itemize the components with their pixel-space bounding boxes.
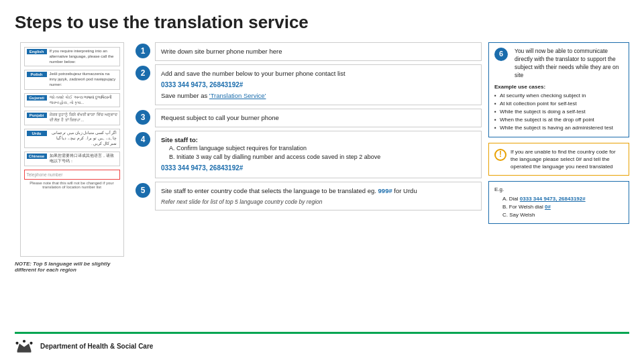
right-column: 6 You will now be able to communicate di… bbox=[488, 42, 629, 328]
eg-label: E.g. bbox=[494, 186, 623, 194]
eg-c-prefix: Say bbox=[509, 212, 520, 218]
step-5-subtext: Refer next slide for list of top 5 langu… bbox=[161, 198, 476, 206]
step-4-label: Site staff to: bbox=[161, 135, 476, 145]
footer-org-name: Department of Health & Social Care bbox=[40, 343, 153, 350]
mock-form-phone: Telephone number bbox=[24, 170, 120, 180]
step-2-intro: Add and save the number below to your bu… bbox=[161, 69, 476, 78]
eg-c-letter: C. bbox=[502, 212, 509, 218]
warning-box: ! If you are unable to find the country … bbox=[488, 143, 629, 176]
svg-point-3 bbox=[15, 342, 18, 345]
step-3-row: 3 Request subject to call your burner ph… bbox=[136, 109, 482, 127]
eg-item-b: B. For Welsh dial 0# bbox=[494, 203, 623, 211]
mock-form-row: English If you require interpreting into… bbox=[24, 47, 120, 66]
info-6-text: You will now be able to communicate dire… bbox=[515, 48, 623, 80]
mock-form-row: Gujarati જો તમારે કોઈ અન્ય ભાષામાં દુભાષ… bbox=[24, 93, 120, 108]
step-4-row: 4 Site staff to: A. Confirm language sub… bbox=[136, 131, 482, 178]
example-label: Example use cases: bbox=[494, 83, 623, 90]
step-5-text: Site staff to enter country code that se… bbox=[161, 186, 476, 196]
example-item: At kit collection point for self-test bbox=[494, 100, 623, 108]
example-item: While the subject is having an administe… bbox=[494, 124, 623, 132]
step-2-phone: 0333 344 9473, 26843192# bbox=[161, 81, 243, 88]
mock-form-caption: Please note that this will not be change… bbox=[24, 181, 120, 189]
lang-english: English bbox=[27, 49, 47, 54]
step-2-circle: 2 bbox=[136, 66, 150, 80]
step-5-row: 5 Site staff to enter country code that … bbox=[136, 182, 482, 210]
step-2-box: Add and save the number below to your bu… bbox=[155, 64, 482, 105]
crown-logo-icon bbox=[15, 337, 34, 355]
eg-a-link: 0333 344 9473, 26843192# bbox=[520, 196, 586, 202]
step-1-row: 1 Write down site burner phone number he… bbox=[136, 42, 482, 61]
mock-form-row: Chinese 如果您需要将口译成其他语言，请致电以下号码： bbox=[24, 152, 120, 166]
svg-rect-2 bbox=[17, 351, 32, 353]
warning-text: If you are unable to find the country co… bbox=[511, 148, 623, 171]
lang-punjabi: Punjabi bbox=[27, 113, 47, 118]
svg-marker-1 bbox=[17, 344, 32, 351]
lang-gujarati: Gujarati bbox=[27, 95, 47, 101]
warning-icon: ! bbox=[494, 149, 506, 161]
info-box-6: 6 You will now be able to communicate di… bbox=[488, 42, 629, 137]
eg-a-letter: A. bbox=[502, 196, 509, 202]
step-3-box: Request subject to call your burner phon… bbox=[155, 109, 482, 127]
eg-b-letter: B. bbox=[502, 204, 509, 210]
page-container: Steps to use the translation service Eng… bbox=[0, 0, 644, 362]
lang-chinese: Chinese bbox=[27, 154, 47, 159]
svg-point-4 bbox=[23, 340, 25, 343]
left-column: English If you require interpreting into… bbox=[15, 42, 129, 328]
lang-urdu: Urdu bbox=[27, 131, 47, 136]
example-item: At security when checking subject in bbox=[494, 92, 623, 100]
step-6-circle: 6 bbox=[494, 48, 508, 61]
footer-logo bbox=[15, 337, 34, 355]
lang-polish: Polish bbox=[27, 72, 47, 77]
step-2-save-label: Save number as bbox=[161, 92, 209, 99]
note-box: NOTE: Top 5 language will be slightly di… bbox=[15, 261, 129, 273]
step-1-box: Write down site burner phone number here bbox=[155, 42, 482, 61]
mock-form-row: Punjabi ਜੇਕਰ ਤੁਹਾਨੂੰ ਕਿਸੇ ਵੱਖਰੀ ਭਾਸ਼ਾ ਵਿ… bbox=[24, 111, 120, 125]
note-label: NOTE: bbox=[15, 261, 32, 267]
step-4-phone: 0333 344 9473, 26843192# bbox=[161, 164, 243, 172]
example-list: At security when checking subject in At … bbox=[494, 92, 623, 132]
step-3-circle: 3 bbox=[136, 110, 150, 125]
step-4-circle: 4 bbox=[136, 132, 150, 147]
step-4-item-a: A. Confirm language subject requires for… bbox=[169, 144, 476, 153]
svg-point-5 bbox=[30, 342, 32, 345]
example-item: While the subject is doing a self-test bbox=[494, 108, 623, 116]
mock-form-row: Urdu اگر آپ کسی متبادل زبان میں ترجمانی … bbox=[24, 129, 120, 148]
eg-item-c: C. Say Welsh bbox=[494, 211, 623, 219]
steps-column: 1 Write down site burner phone number he… bbox=[136, 42, 482, 328]
mock-form: English If you require interpreting into… bbox=[20, 42, 124, 257]
eg-box: E.g. A. Dial 0333 344 9473, 26843192# B.… bbox=[488, 181, 629, 224]
footer: Department of Health & Social Care bbox=[15, 332, 629, 355]
page-title: Steps to use the translation service bbox=[15, 12, 629, 33]
eg-a-prefix: Dial bbox=[509, 196, 520, 202]
step-1-circle: 1 bbox=[136, 44, 150, 58]
main-content: English If you require interpreting into… bbox=[15, 42, 629, 328]
step-4-box: Site staff to: A. Confirm language subje… bbox=[155, 131, 482, 178]
example-item: When the subject is at the drop off poin… bbox=[494, 116, 623, 124]
step-2-row: 2 Add and save the number below to your … bbox=[136, 64, 482, 105]
eg-b-link: 0# bbox=[545, 204, 551, 210]
eg-c-plain: Welsh bbox=[520, 212, 535, 218]
step-3-text: Request subject to call your burner phon… bbox=[161, 114, 279, 121]
step-2-save-link: 'Translation Service' bbox=[209, 92, 266, 99]
eg-b-prefix: For Welsh dial bbox=[509, 204, 545, 210]
step-5-box: Site staff to enter country code that se… bbox=[155, 182, 482, 210]
mock-form-row: Polish Jeśli potrzebujesz tłumaczenia na… bbox=[24, 70, 120, 89]
step-5-circle: 5 bbox=[136, 183, 150, 198]
eg-item-a: A. Dial 0333 344 9473, 26843192# bbox=[494, 195, 623, 203]
step-1-text: Write down site burner phone number here bbox=[161, 48, 282, 55]
step-4-item-b: B. Initiate 3 way call by dialling numbe… bbox=[169, 153, 476, 162]
